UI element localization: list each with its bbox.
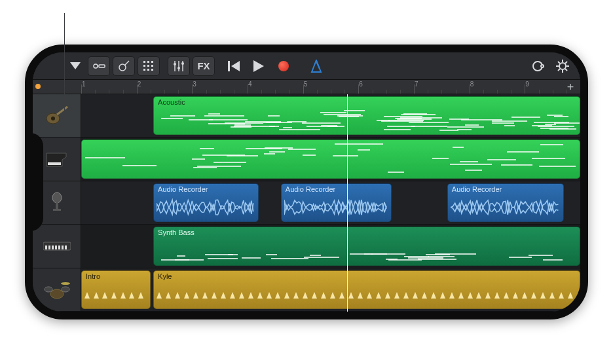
region[interactable] — [81, 139, 580, 178]
marker-dot — [35, 84, 41, 89]
svg-rect-50 — [65, 246, 67, 249]
svg-point-26 — [541, 65, 544, 67]
svg-point-53 — [62, 287, 69, 292]
grid-button[interactable] — [138, 56, 160, 76]
metronome-icon — [310, 60, 322, 73]
svg-rect-49 — [62, 246, 64, 249]
track-lane-bass[interactable]: Synth Bass — [81, 225, 580, 267]
svg-rect-2 — [99, 65, 105, 67]
device-frame: FX — [25, 45, 588, 319]
svg-rect-9 — [147, 65, 149, 67]
instrument-button[interactable] — [113, 56, 135, 76]
svg-rect-7 — [151, 61, 153, 63]
ruler-number: 3 — [193, 81, 196, 88]
svg-point-19 — [181, 62, 184, 65]
track-header-acoustic[interactable] — [33, 94, 81, 137]
svg-line-33 — [565, 69, 567, 71]
browser-button[interactable] — [64, 56, 86, 76]
play-icon — [253, 60, 264, 72]
drums-icon — [41, 278, 73, 301]
tracks-view-icon — [92, 62, 105, 71]
svg-rect-41 — [56, 202, 58, 209]
svg-line-35 — [565, 62, 567, 64]
track-row: Acoustic — [33, 94, 580, 137]
settings-button[interactable] — [551, 56, 574, 76]
svg-rect-12 — [147, 69, 149, 71]
svg-marker-21 — [231, 61, 240, 71]
chevron-down-icon — [70, 62, 81, 70]
view-group — [88, 56, 160, 76]
track-lane-vocals[interactable]: Audio RecorderAudio RecorderAudio Record… — [81, 181, 580, 224]
svg-rect-13 — [151, 69, 153, 71]
svg-line-32 — [558, 62, 560, 64]
rewind-button[interactable] — [223, 56, 245, 76]
ruler-number: 6 — [359, 81, 363, 88]
region-label: Synth Bass — [158, 228, 576, 236]
track-row: Synth Bass — [33, 225, 580, 268]
tracks-view-button[interactable] — [88, 56, 110, 76]
guitar-icon — [118, 60, 130, 72]
mix-group: FX — [168, 56, 215, 76]
svg-line-38 — [57, 107, 67, 115]
guitar-icon — [41, 104, 73, 128]
region-label: Kyle — [158, 272, 576, 280]
region[interactable]: Intro — [81, 270, 151, 309]
svg-point-18 — [177, 67, 180, 69]
svg-rect-48 — [58, 246, 60, 249]
svg-rect-11 — [143, 69, 145, 71]
svg-rect-10 — [151, 65, 153, 67]
region-label: Audio Recorder — [286, 185, 387, 193]
track-row: IntroKyle — [33, 268, 580, 312]
svg-rect-39 — [48, 162, 61, 165]
svg-marker-22 — [253, 60, 264, 72]
svg-point-17 — [174, 63, 176, 65]
track-header-drums[interactable] — [33, 268, 81, 311]
region[interactable]: Kyle — [153, 270, 580, 309]
device-notch — [25, 133, 43, 231]
loop-button[interactable] — [527, 56, 549, 76]
region-label: Intro — [86, 272, 146, 280]
svg-rect-45 — [48, 246, 50, 249]
svg-rect-42 — [53, 209, 61, 211]
svg-line-24 — [316, 62, 320, 69]
region-label: Audio Recorder — [452, 185, 559, 193]
ruler-number: 2 — [138, 81, 141, 88]
sliders-icon — [173, 61, 185, 71]
ruler[interactable]: + 123456789 — [33, 80, 580, 94]
svg-point-52 — [45, 287, 52, 292]
record-icon — [278, 61, 289, 71]
track-lane-acoustic[interactable]: Acoustic — [81, 94, 580, 137]
region[interactable]: Audio Recorder — [447, 183, 564, 222]
toolbar: FX — [33, 52, 580, 80]
track-row: Audio RecorderAudio RecorderAudio Record… — [33, 181, 580, 225]
loop-icon — [531, 60, 544, 73]
region[interactable]: Acoustic — [153, 96, 580, 135]
ruler-number: 5 — [304, 81, 308, 88]
piano-icon — [41, 147, 73, 171]
region[interactable]: Synth Bass — [153, 227, 580, 265]
record-button[interactable] — [272, 56, 295, 76]
svg-rect-6 — [147, 61, 149, 63]
fx-button[interactable]: FX — [193, 56, 215, 76]
play-button[interactable] — [248, 56, 270, 76]
region-label: Acoustic — [158, 98, 576, 106]
svg-line-34 — [558, 69, 560, 71]
track-lane-drums[interactable]: IntroKyle — [81, 268, 580, 311]
region[interactable]: Audio Recorder — [153, 183, 259, 222]
microphone-icon — [41, 191, 73, 215]
svg-rect-20 — [228, 61, 230, 71]
track-lane-piano[interactable] — [81, 137, 580, 180]
svg-rect-47 — [55, 246, 57, 249]
tracks-area[interactable]: AcousticAudio RecorderAudio RecorderAudi… — [33, 94, 580, 312]
region[interactable]: Audio Recorder — [281, 183, 392, 222]
svg-rect-5 — [143, 61, 145, 63]
track-header-bass[interactable] — [33, 225, 81, 267]
svg-point-51 — [50, 289, 64, 299]
app-screen: FX — [33, 52, 580, 312]
mixer-button[interactable] — [168, 56, 190, 76]
fx-label: FX — [197, 60, 210, 71]
ruler-number: 4 — [248, 81, 252, 88]
metronome-button[interactable] — [305, 56, 327, 76]
svg-point-40 — [52, 192, 62, 203]
skip-back-icon — [228, 61, 240, 71]
